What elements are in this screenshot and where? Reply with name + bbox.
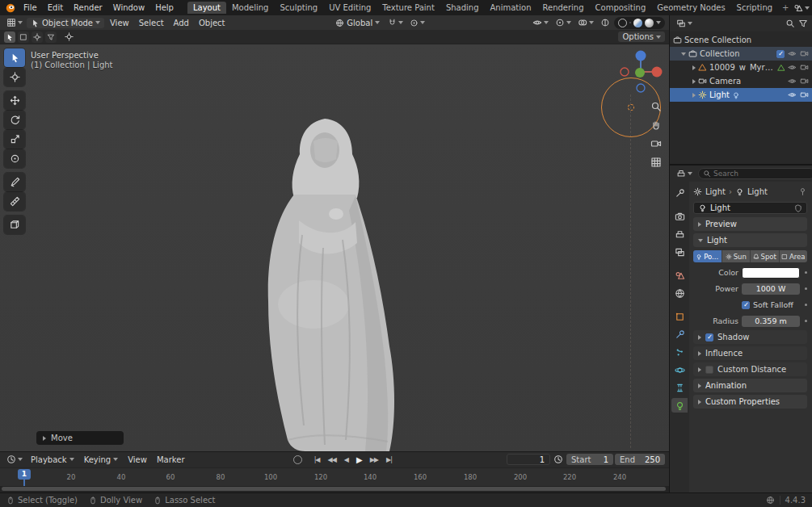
light-origin[interactable] xyxy=(628,104,634,111)
operator-panel-move[interactable]: Move xyxy=(36,431,124,445)
expand-icon[interactable] xyxy=(692,79,696,84)
radius-field[interactable]: 0.359 m xyxy=(742,316,800,327)
workspace-tab-uv-editing[interactable]: UV Editing xyxy=(323,2,377,14)
properties-search-input[interactable] xyxy=(713,170,810,178)
panel-custom-distance[interactable]: Custom Distance xyxy=(693,362,807,376)
xray-toggle-button[interactable] xyxy=(598,17,612,28)
prev-keyframe-button[interactable]: ◀◀ xyxy=(326,455,339,464)
play-reverse-button[interactable]: ◀ xyxy=(342,455,351,464)
soft-falloff-checkbox[interactable] xyxy=(742,301,750,309)
panel-animation[interactable]: Animation xyxy=(693,379,807,392)
workspace-tab-scripting[interactable]: Scripting xyxy=(731,2,778,14)
workspace-tab-sculpting[interactable]: Sculpting xyxy=(274,2,323,14)
jump-to-start-button[interactable]: |◀ xyxy=(312,455,322,464)
next-keyframe-button[interactable]: ▶▶ xyxy=(368,455,381,464)
workspace-tab-texture-paint[interactable]: Texture Paint xyxy=(377,2,440,14)
power-field[interactable]: 1000 W xyxy=(742,283,800,295)
tab-physics[interactable] xyxy=(671,362,688,377)
tool-settings-extra-icon[interactable] xyxy=(62,31,76,42)
timeline-editor-type-button[interactable] xyxy=(4,454,25,465)
tool-rotate[interactable] xyxy=(4,111,25,129)
expand-icon[interactable] xyxy=(692,93,696,98)
tab-constraints[interactable] xyxy=(671,380,688,395)
shading-wireframe-button[interactable] xyxy=(618,19,627,27)
outliner-row-scene-collection[interactable]: Scene Collection xyxy=(670,33,812,47)
workspace-tab-animation[interactable]: Animation xyxy=(485,2,537,14)
camera-view-icon[interactable] xyxy=(650,138,662,149)
render-visibility-icon[interactable] xyxy=(800,63,809,72)
menu-help[interactable]: Help xyxy=(150,2,179,14)
menu-keying[interactable]: Keying xyxy=(80,455,123,465)
outliner-search-icon[interactable] xyxy=(785,19,795,28)
tool-annotate[interactable] xyxy=(4,173,25,191)
animate-dot-icon[interactable] xyxy=(805,304,807,306)
frame-end-field[interactable]: End 250 xyxy=(615,454,665,465)
tool-move[interactable] xyxy=(4,91,25,110)
menu-add[interactable]: Add xyxy=(170,18,193,28)
animate-dot-icon[interactable] xyxy=(805,271,807,274)
properties-search[interactable] xyxy=(698,168,812,179)
visibility-dropdown[interactable] xyxy=(530,17,551,28)
hide-eye-icon[interactable] xyxy=(788,77,797,86)
outliner-row-collection[interactable]: Collection xyxy=(670,47,812,61)
tool-cursor[interactable] xyxy=(4,68,25,86)
scene-browse-button[interactable] xyxy=(793,3,810,13)
blender-logo-icon[interactable] xyxy=(5,2,16,14)
outliner-filter-icon[interactable] xyxy=(798,19,808,28)
jump-to-end-button[interactable]: ▶| xyxy=(384,455,394,464)
workspace-tab-shading[interactable]: Shading xyxy=(440,2,485,14)
workspace-tab-geometry-nodes[interactable]: Geometry Nodes xyxy=(651,2,730,14)
properties-editor-type-button[interactable] xyxy=(674,168,695,179)
snap-toggle-button[interactable] xyxy=(385,18,406,28)
tab-object-data[interactable] xyxy=(671,398,688,413)
menu-playback[interactable]: Playback xyxy=(27,455,78,465)
animate-dot-icon[interactable] xyxy=(805,320,807,322)
zoom-icon[interactable] xyxy=(650,101,662,112)
expand-icon[interactable] xyxy=(692,65,696,70)
light-type-area-button[interactable]: Area xyxy=(780,250,808,262)
transform-orientation-dropdown[interactable]: Global xyxy=(331,18,384,28)
statue-mesh[interactable] xyxy=(223,114,427,451)
tab-world[interactable] xyxy=(671,286,688,300)
tool-scale[interactable] xyxy=(4,130,25,149)
render-visibility-icon[interactable] xyxy=(800,77,809,86)
pin-icon[interactable] xyxy=(798,187,807,196)
select-mode-lasso-button[interactable] xyxy=(45,31,57,43)
tab-object[interactable] xyxy=(671,309,688,324)
tab-output[interactable] xyxy=(671,227,688,241)
play-button[interactable]: ▶ xyxy=(354,455,364,465)
add-workspace-button[interactable]: + xyxy=(778,2,793,14)
panel-light[interactable]: Light xyxy=(693,233,807,247)
outliner-row-light[interactable]: Light xyxy=(670,88,812,102)
panel-influence[interactable]: Influence xyxy=(693,346,807,360)
outliner-row-mesh[interactable]: 10009_w_Myriam, xyxy=(670,61,812,74)
tool-add-cube[interactable] xyxy=(4,216,25,234)
frame-clock-icon[interactable] xyxy=(553,455,563,464)
menu-window[interactable]: Window xyxy=(108,2,149,14)
outliner-editor-type-button[interactable] xyxy=(674,18,695,29)
menu-select[interactable]: Select xyxy=(135,18,168,28)
editor-type-button[interactable] xyxy=(4,17,25,28)
expand-icon[interactable] xyxy=(681,52,686,56)
shadow-checkbox[interactable] xyxy=(705,333,713,341)
menu-object[interactable]: Object xyxy=(195,18,229,28)
hide-eye-icon[interactable] xyxy=(788,90,797,99)
menu-file[interactable]: File xyxy=(19,2,42,14)
workspace-tab-layout[interactable]: Layout xyxy=(187,2,226,14)
overlays-dropdown[interactable] xyxy=(575,17,596,28)
animate-dot-icon[interactable] xyxy=(805,287,807,290)
hide-eye-icon[interactable] xyxy=(788,49,797,58)
light-type-sun-button[interactable]: Sun xyxy=(722,250,751,262)
breadcrumb-object[interactable]: Light xyxy=(705,187,726,196)
menu-marker[interactable]: Marker xyxy=(153,455,189,465)
current-frame-field[interactable]: 1 xyxy=(507,454,550,465)
tool-measure[interactable] xyxy=(4,192,25,211)
ortho-grid-icon[interactable] xyxy=(650,157,662,168)
panel-custom-properties[interactable]: Custom Properties xyxy=(693,395,807,409)
workspace-tab-compositing[interactable]: Compositing xyxy=(590,2,652,14)
breadcrumb-data[interactable]: Light xyxy=(747,187,768,196)
tool-transform[interactable] xyxy=(4,149,25,168)
menu-edit[interactable]: Edit xyxy=(43,2,68,14)
shading-rendered-button[interactable] xyxy=(645,19,654,27)
viewport-3d[interactable]: User Perspective (1) Collection | Light xyxy=(0,44,669,451)
